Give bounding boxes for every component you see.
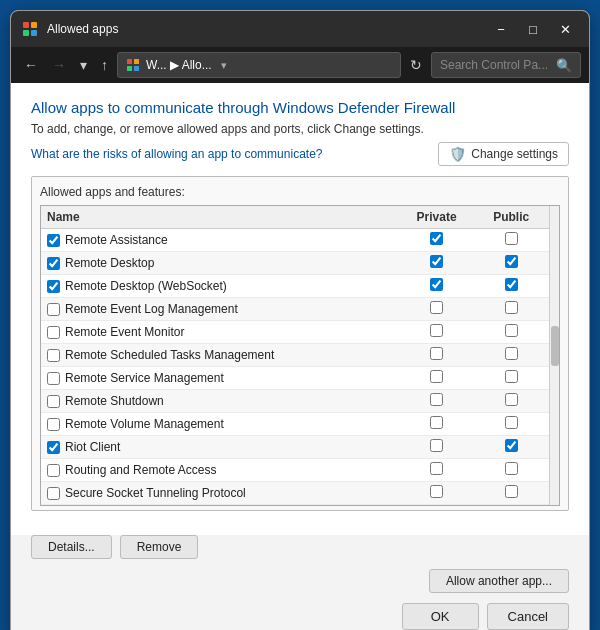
app-checkbox[interactable] bbox=[47, 234, 60, 247]
app-checkbox[interactable] bbox=[47, 372, 60, 385]
app-name-label: Remote Service Management bbox=[65, 371, 224, 385]
app-public-cell bbox=[475, 252, 547, 275]
app-private-cell bbox=[398, 344, 476, 367]
private-checkbox[interactable] bbox=[430, 439, 443, 452]
private-checkbox[interactable] bbox=[430, 462, 443, 475]
ok-button[interactable]: OK bbox=[402, 603, 479, 630]
private-checkbox[interactable] bbox=[430, 347, 443, 360]
scroll-thumb bbox=[551, 326, 559, 366]
page-title: Allow apps to communicate through Window… bbox=[31, 99, 569, 116]
app-checkbox[interactable] bbox=[47, 280, 60, 293]
svg-rect-6 bbox=[127, 66, 132, 71]
apps-table: Name Private Public Remote Assistance bbox=[41, 206, 559, 505]
public-checkbox[interactable] bbox=[505, 393, 518, 406]
public-checkbox[interactable] bbox=[505, 301, 518, 314]
public-checkbox[interactable] bbox=[505, 347, 518, 360]
svg-rect-7 bbox=[134, 66, 139, 71]
app-name-label: Remote Volume Management bbox=[65, 417, 224, 431]
back-button[interactable]: ← bbox=[19, 55, 43, 75]
change-settings-button[interactable]: 🛡️ Change settings bbox=[438, 142, 569, 166]
svg-rect-1 bbox=[31, 22, 37, 28]
app-checkbox[interactable] bbox=[47, 395, 60, 408]
table-row: Remote Shutdown bbox=[41, 390, 559, 413]
private-checkbox[interactable] bbox=[430, 232, 443, 245]
up-button[interactable]: ↑ bbox=[96, 55, 113, 75]
public-checkbox[interactable] bbox=[505, 370, 518, 383]
app-public-cell bbox=[475, 459, 547, 482]
link-row: What are the risks of allowing an app to… bbox=[31, 142, 569, 166]
app-checkbox[interactable] bbox=[47, 257, 60, 270]
app-name-cell: Remote Desktop bbox=[41, 252, 398, 275]
private-checkbox[interactable] bbox=[430, 416, 443, 429]
app-private-cell bbox=[398, 413, 476, 436]
address-dropdown-button[interactable]: ▾ bbox=[218, 59, 230, 72]
col-public: Public bbox=[475, 206, 547, 229]
public-checkbox[interactable] bbox=[505, 462, 518, 475]
remove-button[interactable]: Remove bbox=[120, 535, 199, 559]
search-icon: 🔍 bbox=[556, 58, 572, 73]
public-checkbox[interactable] bbox=[505, 255, 518, 268]
app-checkbox[interactable] bbox=[47, 418, 60, 431]
svg-rect-5 bbox=[134, 59, 139, 64]
address-bar[interactable]: W... ▶ Allo... ▾ bbox=[117, 52, 401, 78]
titlebar-controls: − □ ✕ bbox=[487, 18, 579, 40]
table-row: Remote Desktop bbox=[41, 252, 559, 275]
col-private: Private bbox=[398, 206, 476, 229]
public-checkbox[interactable] bbox=[505, 439, 518, 452]
allow-another-app-button[interactable]: Allow another app... bbox=[429, 569, 569, 593]
help-link[interactable]: What are the risks of allowing an app to… bbox=[31, 147, 322, 161]
app-private-cell bbox=[398, 252, 476, 275]
public-checkbox[interactable] bbox=[505, 324, 518, 337]
allow-app-row: Allow another app... bbox=[31, 569, 569, 593]
search-input[interactable] bbox=[440, 58, 550, 72]
private-checkbox[interactable] bbox=[430, 370, 443, 383]
details-button[interactable]: Details... bbox=[31, 535, 112, 559]
maximize-button[interactable]: □ bbox=[519, 18, 547, 40]
svg-rect-4 bbox=[127, 59, 132, 64]
app-checkbox[interactable] bbox=[47, 487, 60, 500]
main-window: Allowed apps − □ ✕ ← → ▾ ↑ W... ▶ Allo..… bbox=[10, 10, 590, 630]
public-checkbox[interactable] bbox=[505, 485, 518, 498]
public-checkbox[interactable] bbox=[505, 278, 518, 291]
table-row: Remote Service Management bbox=[41, 367, 559, 390]
close-button[interactable]: ✕ bbox=[551, 18, 579, 40]
ok-cancel-row: OK Cancel bbox=[31, 603, 569, 630]
history-button[interactable]: ▾ bbox=[75, 55, 92, 75]
svg-rect-0 bbox=[23, 22, 29, 28]
private-checkbox[interactable] bbox=[430, 324, 443, 337]
private-checkbox[interactable] bbox=[430, 278, 443, 291]
public-checkbox[interactable] bbox=[505, 416, 518, 429]
titlebar: Allowed apps − □ ✕ bbox=[11, 11, 589, 47]
app-name-label: Remote Assistance bbox=[65, 233, 168, 247]
app-name-cell: Remote Event Log Management bbox=[41, 298, 398, 321]
app-checkbox[interactable] bbox=[47, 303, 60, 316]
minimize-button[interactable]: − bbox=[487, 18, 515, 40]
app-name-cell: Remote Assistance bbox=[41, 229, 398, 252]
forward-button[interactable]: → bbox=[47, 55, 71, 75]
refresh-button[interactable]: ↻ bbox=[405, 55, 427, 75]
app-private-cell bbox=[398, 229, 476, 252]
app-name-label: Remote Event Log Management bbox=[65, 302, 238, 316]
cancel-button[interactable]: Cancel bbox=[487, 603, 569, 630]
app-name-cell: Secure Socket Tunneling Protocol bbox=[41, 482, 398, 505]
titlebar-title: Allowed apps bbox=[47, 22, 487, 36]
app-checkbox[interactable] bbox=[47, 326, 60, 339]
scrollbar[interactable] bbox=[549, 206, 559, 505]
shield-icon: 🛡️ bbox=[449, 146, 466, 162]
app-checkbox[interactable] bbox=[47, 441, 60, 454]
col-name: Name bbox=[41, 206, 398, 229]
app-public-cell bbox=[475, 367, 547, 390]
app-private-cell bbox=[398, 459, 476, 482]
app-public-cell bbox=[475, 298, 547, 321]
app-public-cell bbox=[475, 344, 547, 367]
table-row: Remote Event Log Management bbox=[41, 298, 559, 321]
app-checkbox[interactable] bbox=[47, 464, 60, 477]
private-checkbox[interactable] bbox=[430, 393, 443, 406]
private-checkbox[interactable] bbox=[430, 255, 443, 268]
private-checkbox[interactable] bbox=[430, 301, 443, 314]
public-checkbox[interactable] bbox=[505, 232, 518, 245]
private-checkbox[interactable] bbox=[430, 485, 443, 498]
app-checkbox[interactable] bbox=[47, 349, 60, 362]
table-row: Remote Scheduled Tasks Management bbox=[41, 344, 559, 367]
app-name-cell: Remote Desktop (WebSocket) bbox=[41, 275, 398, 298]
